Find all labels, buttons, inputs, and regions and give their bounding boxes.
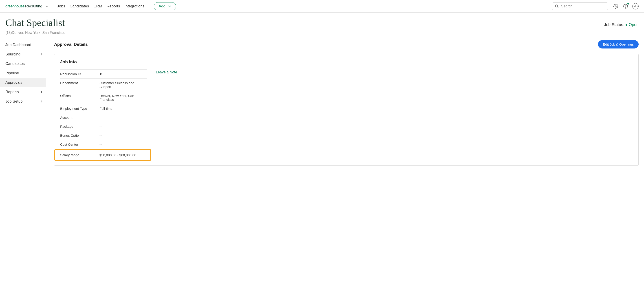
sidebar-item-label: Pipeline (6, 71, 19, 76)
main-header: Approval Details Edit Job & Openings (54, 40, 638, 48)
info-value: -- (100, 142, 102, 146)
info-row: Bonus Option-- (60, 131, 147, 140)
info-label: Employment Type (60, 107, 100, 110)
chevron-right-icon (40, 90, 42, 94)
status-dot-icon (626, 24, 628, 26)
add-button[interactable]: Add (154, 2, 176, 10)
nav-reports[interactable]: Reports (107, 4, 120, 8)
info-label: Offices (60, 94, 100, 102)
info-row: Salary range$50,000.00 - $60,000.00 (54, 149, 151, 161)
main-content: Approval Details Edit Job & Openings Job… (46, 39, 644, 171)
sidebar-item-label: Job Dashboard (6, 43, 31, 47)
info-label: Package (60, 124, 100, 128)
top-navigation: greenhouse Recruiting Jobs Candidates CR… (0, 0, 644, 12)
nav-candidates[interactable]: Candidates (70, 4, 89, 8)
svg-point-2 (624, 4, 628, 8)
notification-badge (628, 3, 629, 4)
sidebar-item-sourcing[interactable]: Sourcing (0, 50, 46, 59)
info-table: Requisition ID15DepartmentCustomer Succe… (60, 69, 147, 161)
info-row: Cost Center-- (60, 140, 147, 149)
info-value: Customer Success and Support (100, 81, 147, 89)
sidebar-item-job-setup[interactable]: Job Setup (0, 97, 46, 106)
panel-left: Job Info Requisition ID15DepartmentCusto… (60, 60, 150, 160)
svg-point-3 (626, 7, 626, 8)
section-title: Approval Details (54, 42, 88, 47)
panel-right: Leave a Note (154, 60, 632, 160)
leave-note-link[interactable]: Leave a Note (156, 70, 177, 74)
nav-icons: MS (612, 3, 638, 10)
job-info-panel: Job Info Requisition ID15DepartmentCusto… (54, 54, 638, 166)
status-value: Open (629, 22, 638, 27)
chevron-down-icon[interactable] (45, 4, 48, 8)
info-value: $50,000.00 - $60,000.00 (100, 153, 136, 157)
info-value: Full-time (100, 107, 112, 110)
sidebar-item-label: Sourcing (6, 52, 20, 56)
info-value: -- (100, 116, 102, 120)
sidebar-item-label: Candidates (6, 62, 25, 66)
edit-job-button[interactable]: Edit Job & Openings (598, 40, 638, 48)
info-row: OfficesDenver, New York, San Francisco (60, 91, 147, 104)
info-label: Bonus Option (60, 134, 100, 138)
info-row: Account-- (60, 113, 147, 122)
sidebar-item-job-dashboard[interactable]: Job Dashboard (0, 40, 46, 50)
info-row: Employment TypeFull-time (60, 104, 147, 113)
sidebar-item-label: Reports (6, 90, 19, 94)
info-label: Cost Center (60, 142, 100, 146)
sidebar: Job DashboardSourcingCandidatesPipelineA… (0, 39, 46, 171)
search-input[interactable] (561, 4, 605, 8)
info-value: -- (100, 124, 102, 128)
logo-product: Recruiting (25, 4, 42, 8)
nav-links: Jobs Candidates CRM Reports Integrations… (57, 2, 176, 10)
job-status: Job Status: Open (604, 22, 638, 27)
sidebar-item-candidates[interactable]: Candidates (0, 59, 46, 68)
avatar-initials: MS (634, 5, 638, 8)
info-row: DepartmentCustomer Success and Support (60, 78, 147, 91)
svg-point-0 (555, 5, 558, 7)
info-label: Requisition ID (60, 72, 100, 76)
chevron-right-icon (40, 100, 42, 103)
sidebar-item-reports[interactable]: Reports (0, 87, 46, 97)
page-title: Chat Specialist (6, 17, 65, 28)
sidebar-item-label: Approvals (6, 80, 22, 85)
sidebar-item-pipeline[interactable]: Pipeline (0, 68, 46, 78)
logo-brand: greenhouse (6, 4, 24, 8)
help-icon (623, 4, 628, 9)
info-label: Department (60, 81, 100, 89)
search-box[interactable] (552, 2, 608, 10)
info-label: Salary range (60, 153, 100, 157)
chevron-right-icon (40, 53, 42, 56)
nav-jobs[interactable]: Jobs (57, 4, 65, 8)
info-value: -- (100, 134, 102, 138)
info-row: Package-- (60, 122, 147, 131)
settings-button[interactable] (612, 3, 619, 10)
info-label: Account (60, 116, 100, 120)
status-label: Job Status: (604, 22, 624, 27)
info-value: 15 (100, 72, 103, 76)
page-subtitle: (15)Denver, New York, San Francisco (6, 31, 65, 35)
add-label: Add (158, 4, 165, 8)
sidebar-item-approvals[interactable]: Approvals (0, 78, 46, 87)
info-value: Denver, New York, San Francisco (100, 94, 147, 102)
search-icon (555, 4, 559, 8)
user-avatar[interactable]: MS (632, 3, 638, 10)
body: Job DashboardSourcingCandidatesPipelineA… (0, 39, 644, 171)
panel-title: Job Info (60, 60, 147, 64)
help-button[interactable] (622, 3, 629, 10)
chevron-down-icon (168, 5, 171, 8)
gear-icon (613, 4, 618, 9)
sidebar-item-label: Job Setup (6, 99, 23, 104)
nav-integrations[interactable]: Integrations (124, 4, 144, 8)
logo[interactable]: greenhouse Recruiting (6, 4, 48, 8)
page-header: Chat Specialist (15)Denver, New York, Sa… (0, 12, 644, 39)
svg-point-1 (615, 6, 616, 7)
info-row: Requisition ID15 (60, 69, 147, 78)
nav-crm[interactable]: CRM (94, 4, 102, 8)
